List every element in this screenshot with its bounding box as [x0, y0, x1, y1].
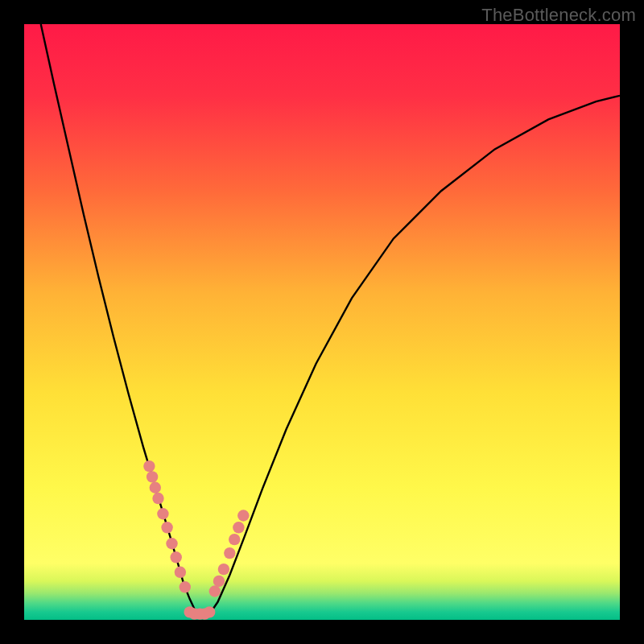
- watermark-text: TheBottleneck.com: [481, 5, 636, 26]
- data-dot: [224, 547, 235, 559]
- data-dot: [233, 522, 244, 533]
- data-dot: [157, 508, 168, 519]
- data-dot: [161, 522, 172, 533]
- data-dot: [152, 493, 163, 504]
- data-dot: [171, 551, 182, 563]
- data-dot: [237, 510, 249, 521]
- plot-area: [24, 24, 620, 620]
- data-dot: [175, 567, 186, 578]
- data-dot: [180, 581, 191, 592]
- data-dot: [229, 534, 240, 545]
- data-dot: [143, 460, 155, 472]
- data-dot: [147, 471, 158, 482]
- chart-frame: TheBottleneck.com: [0, 0, 644, 644]
- plot-svg: [24, 24, 620, 620]
- dot-cluster-bottom: [184, 606, 216, 620]
- data-dot: [150, 482, 161, 493]
- data-dot: [218, 564, 229, 575]
- data-dot: [166, 538, 177, 549]
- data-dot: [213, 576, 225, 587]
- data-dot: [204, 606, 215, 617]
- data-dot: [209, 585, 221, 597]
- gradient-background: [24, 24, 620, 620]
